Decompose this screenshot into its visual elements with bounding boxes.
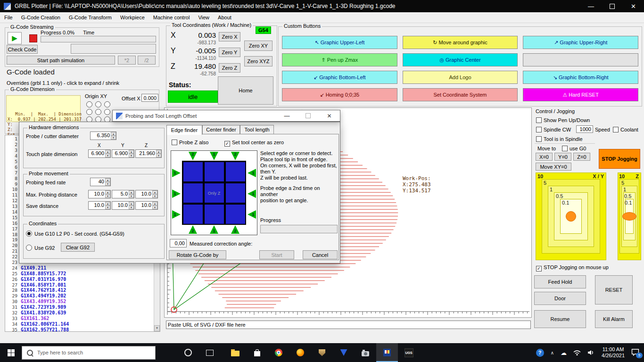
zero-y-button[interactable]: Zero Y xyxy=(219,48,240,57)
custom-button[interactable]: ◎ Graphic Center xyxy=(403,53,518,66)
correction-angle-field[interactable]: 0,00 xyxy=(170,239,187,247)
edge-finder-graphic[interactable]: Only Z 2 1 2 2 1 2 1 1 1 1 1 1 xyxy=(171,150,257,235)
offset-x-field[interactable]: 0.000 xyxy=(141,94,158,102)
resume-button[interactable]: Resume xyxy=(534,310,586,328)
wifi-icon[interactable] xyxy=(573,350,581,355)
home-button[interactable]: Home xyxy=(218,76,273,105)
gcode-line[interactable]: 34 G1X162.086Y21.164 xyxy=(5,321,160,327)
touch-plate-y-spinner[interactable]: 6.900▲▼ xyxy=(112,149,134,158)
max-probe-y-spinner[interactable]: 5.0▲▼ xyxy=(112,190,134,198)
gcode-line[interactable]: 27 G1X46.858Y17.081 xyxy=(5,282,160,288)
store-button[interactable] xyxy=(246,343,268,362)
show-pen-box[interactable] xyxy=(536,117,542,123)
gcode-line[interactable]: 33 G1X161.362 xyxy=(5,316,160,321)
coolant-checkbox[interactable]: Coolant xyxy=(613,127,638,132)
spindle-cw-box[interactable] xyxy=(536,127,542,132)
svg-url-input[interactable] xyxy=(166,321,531,329)
probe-z-also-box[interactable] xyxy=(172,140,177,145)
zero-z-button[interactable]: Zero Z xyxy=(219,63,240,73)
cancel-probe-button[interactable]: Cancel xyxy=(303,250,338,259)
menu-item[interactable]: G-Code Creation xyxy=(17,13,65,22)
cortana-button[interactable] xyxy=(177,343,199,362)
jog-z-handle[interactable] xyxy=(622,212,636,221)
task-view-button[interactable] xyxy=(199,343,221,362)
custom-button[interactable]: ↙ Homing 0;0;35 xyxy=(282,88,397,101)
gcode-line[interactable]: 35 G1X162.957Y21.788 xyxy=(5,327,160,332)
custom-button[interactable]: Add Logo xyxy=(403,71,518,84)
file-explorer-button[interactable] xyxy=(224,343,246,362)
touch-plate-z-spinner[interactable]: 21.960▲▼ xyxy=(135,149,162,158)
g10-radio-circle[interactable] xyxy=(26,230,32,237)
show-pen-checkbox[interactable]: Show Pen Up/Down xyxy=(536,117,590,123)
origin-radio[interactable] xyxy=(104,109,110,115)
custom-button[interactable] xyxy=(523,53,638,66)
custom-button[interactable]: ↙ Graphic Bottom-Left xyxy=(282,71,397,84)
set-center-box[interactable] xyxy=(224,141,230,147)
menu-item[interactable]: Machine control xyxy=(149,13,194,22)
tool-in-spindle-checkbox[interactable]: Tool is in Spindle xyxy=(536,136,583,142)
feed-hold-button[interactable]: Feed Hold xyxy=(534,275,586,288)
kill-alarm-button[interactable]: Kill Alarm xyxy=(595,310,633,328)
taskbar-clock[interactable]: 11:00 AM 4/26/2021 xyxy=(602,346,625,359)
start-path-simulation-button[interactable]: Start path simulation xyxy=(7,56,115,65)
origin-radio[interactable] xyxy=(86,101,92,107)
camera-button[interactable] xyxy=(355,343,376,362)
g92-radio-circle[interactable] xyxy=(26,245,32,251)
probe-z-also-checkbox[interactable]: Probe Z also xyxy=(172,140,208,145)
stop-stream-button[interactable] xyxy=(29,34,37,42)
gcode-line[interactable]: 30 G1X43.489Y19.352 xyxy=(5,299,160,304)
grbl-plotter-taskbar-button[interactable] xyxy=(376,343,398,362)
gcode-line[interactable]: 25 G1X48.885Y15.772 xyxy=(5,271,160,276)
use-g10-radio[interactable]: Use G10 L2 P0 - Set coord. (G54-G59) xyxy=(26,230,124,237)
start-stream-button[interactable]: ▶ xyxy=(8,32,22,44)
gcode-line[interactable]: 28 G1X44.762Y18.412 xyxy=(5,288,160,293)
menu-item[interactable]: File xyxy=(0,13,17,22)
move-z0-button[interactable]: Z=0 xyxy=(573,153,590,161)
custom-button[interactable]: ↖ Graphic Upper-Left xyxy=(282,36,397,49)
dialog-maximize-button[interactable] xyxy=(297,110,319,121)
door-button[interactable]: Door xyxy=(534,292,586,305)
taskbar-search[interactable]: Type here to search xyxy=(22,346,156,360)
stop-on-mouseup-checkbox[interactable]: STOP Jogging on mouse up xyxy=(536,264,609,272)
zero-x-button[interactable]: Zero X xyxy=(219,32,240,41)
move-x0-button[interactable]: X=0 xyxy=(536,153,553,161)
tray-expand-icon[interactable]: ∧ xyxy=(551,350,554,355)
action-center-button[interactable]: 5 xyxy=(631,348,639,357)
speed-mul2-button[interactable]: *2 xyxy=(118,56,136,65)
start-button[interactable] xyxy=(0,343,22,362)
check-code-button[interactable]: Check Code xyxy=(7,45,38,54)
tab-tool-length[interactable]: Tool length xyxy=(240,125,274,134)
scroll-down-arrow[interactable]: ▼ xyxy=(154,325,160,331)
custom-button[interactable]: Set Coordinate System xyxy=(403,88,518,101)
menu-item[interactable]: About xyxy=(214,13,236,22)
custom-button[interactable]: ⇑ Pen up Zmax xyxy=(282,53,397,66)
stop-jogging-button[interactable]: STOP Jogging xyxy=(599,149,640,169)
custom-button[interactable]: ↘ Graphic Bottom-Right xyxy=(523,71,638,84)
zero-xyz-button[interactable]: Zero XYZ xyxy=(244,56,272,66)
firefox-button[interactable] xyxy=(289,343,311,362)
dialog-close-button[interactable]: ✕ xyxy=(319,110,340,121)
zero-xy-button[interactable]: Zero XY xyxy=(244,41,272,51)
stop-on-mouseup-box[interactable] xyxy=(536,266,542,272)
gcode-line[interactable]: 32 G1X41.838Y20.639 xyxy=(5,310,160,316)
move-xy0-button[interactable]: Move XY=0 xyxy=(536,163,571,171)
close-button[interactable]: ✕ xyxy=(623,0,644,12)
jog-z-pad[interactable]: 10 Z 5 1 0.5 0.1 xyxy=(618,173,641,260)
probe-diameter-spinner[interactable]: 6.350▲▼ xyxy=(90,132,116,140)
gcode-line[interactable]: 26 G1X47.031Y16.970 xyxy=(5,276,160,282)
tab-edge-finder[interactable]: Edge finder xyxy=(166,125,202,135)
use-g0-box[interactable] xyxy=(562,146,568,151)
maximize-button[interactable] xyxy=(602,0,623,12)
save-y-spinner[interactable]: 10.0▲▼ xyxy=(112,201,134,210)
probing-dialog-titlebar[interactable]: Probing and Tool Length Offset — ✕ xyxy=(112,110,340,122)
save-z-spinner[interactable]: 10.0▲▼ xyxy=(135,201,158,210)
custom-button[interactable]: ↗ Graphic Upper-Right xyxy=(523,36,638,49)
set-center-checkbox[interactable]: Set tool center as zero xyxy=(224,140,284,147)
onedrive-cloud-icon[interactable]: ☁ xyxy=(561,349,567,356)
defender-button[interactable] xyxy=(311,343,333,362)
jog-xy-handle[interactable] xyxy=(566,211,576,222)
volume-icon[interactable] xyxy=(587,350,595,355)
reset-button[interactable]: RESET xyxy=(595,275,633,304)
dialog-minimize-button[interactable]: — xyxy=(276,110,297,121)
gcode-line[interactable]: 31 G1X42.723Y19.989 xyxy=(5,304,160,310)
